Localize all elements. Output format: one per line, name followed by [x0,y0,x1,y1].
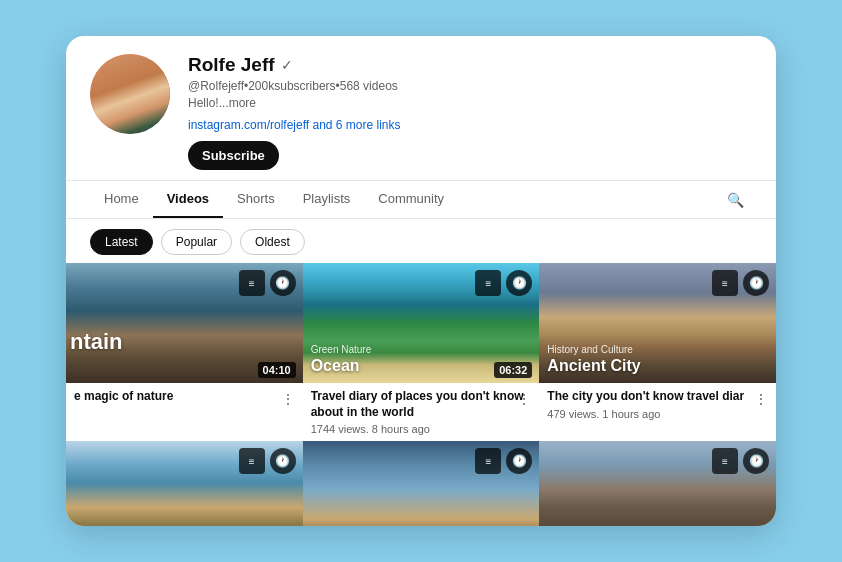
channel-link[interactable]: instagram.com/rolfejeff and 6 more links [188,118,401,132]
overlay-6: 🕐 ≡ Natural scenery [539,441,776,526]
verified-icon: ✓ [281,57,293,73]
menu-icon-4[interactable]: ≡ [239,448,265,474]
thumbnail-5: 🕐 ≡ Pleasant scenery [303,441,540,526]
title-overlay-1: ntain [70,329,123,355]
overlay-1: 🕐 ≡ ntain 04:10 [66,263,303,383]
watch-later-2[interactable]: 🕐 [506,270,532,296]
video-info-2: Travel diary of places you don't know ab… [303,383,540,441]
filter-popular[interactable]: Popular [161,229,232,255]
tab-home[interactable]: Home [90,181,153,218]
video-info-3: The city you don't know travel diar 479 … [539,383,776,426]
channel-info: Rolfe Jeff ✓ @Rolfejeff•200ksubscribers•… [188,54,752,170]
channel-name: Rolfe Jeff [188,54,275,76]
filter-pills: Latest Popular Oldest [66,219,776,263]
thumbnail-6: 🕐 ≡ Natural scenery [539,441,776,526]
nav-tabs: Home Videos Shorts Playlists Community 🔍 [66,181,776,219]
channel-desc: Hello!...more [188,96,752,110]
overlay-4: 🕐 ≡ [66,441,303,526]
overlay-3: 🕐 ≡ History and Culture Ancient City [539,263,776,383]
video-grid: 🕐 ≡ ntain 04:10 e magic of nature ⋮ 🕐 ≡ … [66,263,776,526]
video-title-3: The city you don't know travel diar [547,389,768,405]
tab-community[interactable]: Community [364,181,458,218]
thumbnail-2: 🕐 ≡ Green Nature Ocean 06:32 [303,263,540,383]
video-card-2[interactable]: 🕐 ≡ Green Nature Ocean 06:32 Travel diar… [303,263,540,441]
watch-later-4[interactable]: 🕐 [270,448,296,474]
filter-oldest[interactable]: Oldest [240,229,305,255]
channel-header: Rolfe Jeff ✓ @Rolfejeff•200ksubscribers•… [66,36,776,181]
video-card-5[interactable]: 🕐 ≡ Pleasant scenery [303,441,540,526]
watch-later-3[interactable]: 🕐 [743,270,769,296]
browser-window: Rolfe Jeff ✓ @Rolfejeff•200ksubscribers•… [66,36,776,526]
watch-later-5[interactable]: 🕐 [506,448,532,474]
overlay-2: 🕐 ≡ Green Nature Ocean 06:32 [303,263,540,383]
title-overlay-3: Ancient City [547,357,640,375]
thumbnail-3: 🕐 ≡ History and Culture Ancient City [539,263,776,383]
channel-avatar [90,54,170,134]
channel-links-row: instagram.com/rolfejeff and 6 more links [188,115,752,133]
video-info-1: e magic of nature ⋮ [66,383,303,414]
three-dot-1[interactable]: ⋮ [277,389,299,409]
video-stats-3: 479 views. 1 hours ago [547,408,768,420]
category-2: Green Nature [311,344,372,355]
avatar-image [90,54,170,134]
video-card-4[interactable]: 🕐 ≡ [66,441,303,526]
channel-name-row: Rolfe Jeff ✓ [188,54,752,76]
overlay-5: 🕐 ≡ Pleasant scenery [303,441,540,526]
search-icon[interactable]: 🔍 [719,184,752,216]
subscribe-button[interactable]: Subscribe [188,141,279,170]
duration-2: 06:32 [494,362,532,378]
watch-later-1[interactable]: 🕐 [270,270,296,296]
thumbnail-1: 🕐 ≡ ntain 04:10 [66,263,303,383]
video-title-2: Travel diary of places you don't know ab… [311,389,532,420]
tab-shorts[interactable]: Shorts [223,181,289,218]
thumbnail-4: 🕐 ≡ [66,441,303,526]
video-card-3[interactable]: 🕐 ≡ History and Culture Ancient City The… [539,263,776,441]
tab-videos[interactable]: Videos [153,181,223,218]
three-dot-2[interactable]: ⋮ [513,389,535,409]
tab-playlists[interactable]: Playlists [289,181,365,218]
three-dot-3[interactable]: ⋮ [750,389,772,409]
duration-1: 04:10 [258,362,296,378]
menu-icon-2[interactable]: ≡ [475,270,501,296]
video-stats-2: 1744 views. 8 hours ago [311,423,532,435]
filter-latest[interactable]: Latest [90,229,153,255]
category-3: History and Culture [547,344,633,355]
channel-meta: @Rolfejeff•200ksubscribers•568 videos [188,79,752,93]
menu-icon-6[interactable]: ≡ [712,448,738,474]
title-overlay-2: Ocean [311,357,360,375]
menu-icon-1[interactable]: ≡ [239,270,265,296]
video-card-6[interactable]: 🕐 ≡ Natural scenery [539,441,776,526]
menu-icon-3[interactable]: ≡ [712,270,738,296]
video-card-1[interactable]: 🕐 ≡ ntain 04:10 e magic of nature ⋮ [66,263,303,441]
menu-icon-5[interactable]: ≡ [475,448,501,474]
video-title-1: e magic of nature [74,389,295,405]
watch-later-6[interactable]: 🕐 [743,448,769,474]
